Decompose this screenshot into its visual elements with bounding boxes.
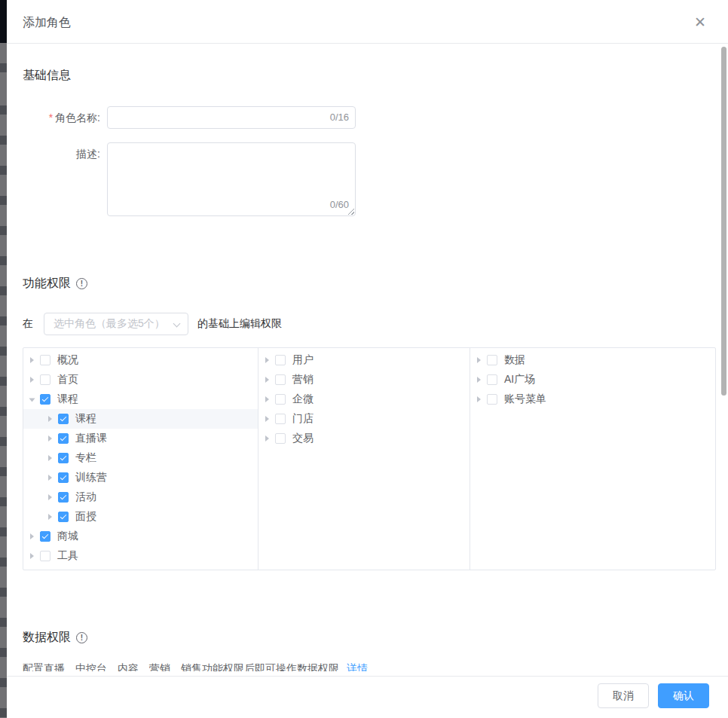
- scrollbar-thumb[interactable]: [721, 47, 726, 396]
- base-role-suffix: 的基础上编辑权限: [197, 317, 282, 331]
- caret-right-icon[interactable]: [48, 494, 52, 500]
- checkbox-checked[interactable]: [58, 414, 69, 424]
- screen: 添加角色 ✕ 基础信息 *角色名称: 0/16 描述: 0/60 功: [0, 0, 728, 718]
- permission-tree: 概况首页课程课程直播课专栏训练营活动面授商城工具 用户营销企微门店交易 数据AI…: [23, 347, 716, 570]
- caret-right-icon[interactable]: [48, 475, 52, 481]
- tree-node-label: 交易: [292, 432, 314, 445]
- tree-node[interactable]: 数据: [470, 350, 715, 370]
- checkbox-unchecked[interactable]: [275, 414, 286, 424]
- caret-right-icon[interactable]: [477, 377, 481, 383]
- caret-right-icon[interactable]: [265, 435, 269, 441]
- tree-node[interactable]: 工具: [23, 546, 258, 566]
- tree-node[interactable]: 首页: [23, 370, 258, 390]
- caret-right-icon[interactable]: [30, 533, 34, 539]
- chevron-down-icon: [173, 320, 181, 328]
- caret-right-icon[interactable]: [48, 514, 52, 520]
- tree-node-label: 面授: [75, 510, 96, 524]
- caret-right-icon[interactable]: [477, 396, 481, 402]
- description-input-wrap: 0/60: [107, 142, 356, 216]
- detail-link[interactable]: 详情: [347, 662, 368, 671]
- checkbox-unchecked[interactable]: [275, 374, 286, 385]
- checkbox-checked[interactable]: [58, 492, 69, 503]
- caret-right-icon[interactable]: [48, 416, 52, 422]
- checkbox-unchecked[interactable]: [275, 355, 286, 365]
- tree-node-label: 课程: [57, 393, 78, 406]
- cancel-button[interactable]: 取消: [598, 683, 649, 708]
- caret-right-icon[interactable]: [30, 377, 34, 383]
- dialog-title: 添加角色: [23, 15, 71, 31]
- tree-node[interactable]: 直播课: [23, 429, 258, 448]
- tree-node-label: 营销: [292, 373, 314, 386]
- description-textarea[interactable]: [107, 142, 356, 216]
- tree-node[interactable]: 课程: [23, 390, 258, 409]
- tree-node[interactable]: 课程: [23, 409, 258, 429]
- data-permission-note: 配置直播、中控台、内容、营销、销售功能权限后即可操作数据权限详情: [23, 661, 709, 671]
- base-role-select[interactable]: 选中角色（最多选5个）: [44, 313, 188, 335]
- caret-right-icon[interactable]: [30, 553, 34, 559]
- role-name-input[interactable]: [107, 106, 356, 129]
- checkbox-checked[interactable]: [58, 433, 69, 444]
- checkbox-unchecked[interactable]: [487, 355, 497, 365]
- tree-node[interactable]: 企微: [258, 390, 470, 409]
- caret-right-icon[interactable]: [48, 455, 52, 461]
- tree-node[interactable]: 活动: [23, 487, 258, 507]
- checkbox-unchecked[interactable]: [40, 374, 50, 385]
- tree-node[interactable]: 商城: [23, 527, 258, 546]
- background-sidebar-menu: [0, 43, 7, 718]
- tree-node[interactable]: 专栏: [23, 448, 258, 468]
- tree-node[interactable]: 面授: [23, 507, 258, 527]
- caret-right-icon[interactable]: [265, 396, 269, 402]
- tree-node[interactable]: 营销: [258, 370, 470, 390]
- tree-node-label: 账号菜单: [504, 393, 546, 406]
- tree-node-label: 门店: [292, 412, 314, 426]
- caret-right-icon[interactable]: [265, 377, 269, 383]
- caret-right-icon[interactable]: [265, 416, 269, 422]
- caret-right-icon[interactable]: [477, 357, 481, 363]
- info-icon: !: [76, 632, 87, 643]
- description-counter: 0/60: [330, 197, 349, 212]
- close-icon[interactable]: ✕: [691, 14, 709, 32]
- description-row: 描述: 0/60: [23, 142, 709, 216]
- required-asterisk: *: [49, 112, 53, 124]
- tree-node[interactable]: 概况: [23, 350, 258, 370]
- confirm-button[interactable]: 确认: [658, 683, 709, 708]
- tree-node[interactable]: 训练营: [23, 468, 258, 487]
- caret-right-icon[interactable]: [30, 357, 34, 363]
- checkbox-unchecked[interactable]: [40, 551, 50, 561]
- function-permission-heading: 功能权限!: [23, 275, 709, 292]
- tree-node[interactable]: 用户: [258, 350, 470, 370]
- tree-node[interactable]: 账号菜单: [470, 390, 715, 409]
- tree-node-label: 活动: [75, 490, 96, 504]
- tree-node-label: 数据: [504, 353, 525, 367]
- tree-node[interactable]: 门店: [258, 409, 470, 429]
- caret-right-icon[interactable]: [48, 435, 52, 441]
- background-page-sliver: [0, 0, 7, 718]
- caret-right-icon[interactable]: [265, 357, 269, 363]
- checkbox-checked[interactable]: [58, 453, 69, 463]
- checkbox-checked[interactable]: [58, 472, 69, 483]
- role-name-label: *角色名称:: [23, 106, 107, 129]
- checkbox-unchecked[interactable]: [275, 433, 286, 444]
- base-role-row: 在 选中角色（最多选5个） 的基础上编辑权限: [23, 313, 709, 335]
- info-icon: !: [76, 278, 87, 289]
- checkbox-checked[interactable]: [58, 512, 69, 522]
- caret-down-icon[interactable]: [29, 399, 35, 402]
- tree-node-label: 训练营: [75, 471, 107, 484]
- tree-node-label: 直播课: [75, 432, 107, 445]
- base-role-select-placeholder: 选中角色（最多选5个）: [54, 317, 165, 331]
- checkbox-unchecked[interactable]: [275, 394, 286, 405]
- checkbox-checked[interactable]: [40, 394, 50, 405]
- add-role-dialog: 添加角色 ✕ 基础信息 *角色名称: 0/16 描述: 0/60 功: [7, 0, 728, 718]
- tree-node[interactable]: 交易: [258, 429, 470, 448]
- checkbox-unchecked[interactable]: [40, 355, 50, 365]
- role-name-row: *角色名称: 0/16: [23, 106, 709, 129]
- tree-node-label: 专栏: [75, 451, 96, 465]
- checkbox-unchecked[interactable]: [487, 374, 497, 385]
- checkbox-unchecked[interactable]: [487, 394, 497, 405]
- basic-info-heading: 基础信息: [23, 67, 709, 84]
- tree-node-label: 商城: [57, 530, 78, 543]
- permission-tree-column-1: 概况首页课程课程直播课专栏训练营活动面授商城工具: [23, 348, 258, 570]
- data-permission-heading: 数据权限!: [23, 629, 709, 646]
- checkbox-checked[interactable]: [40, 531, 50, 542]
- tree-node[interactable]: AI广场: [470, 370, 715, 390]
